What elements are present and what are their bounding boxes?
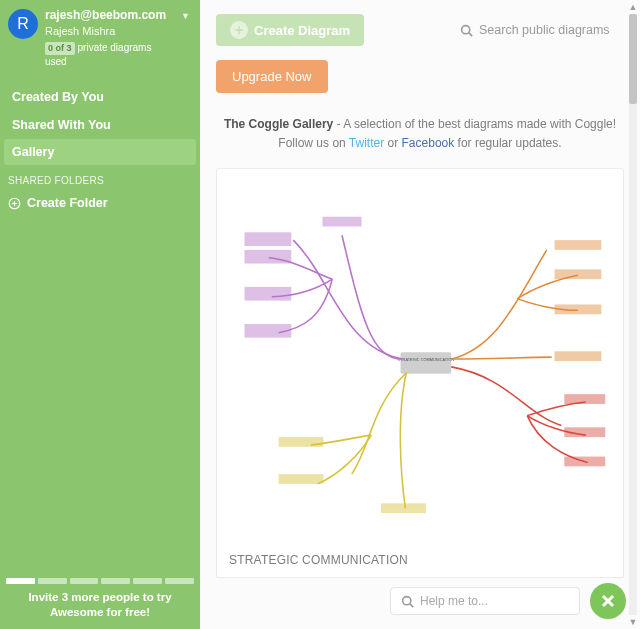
svg-rect-20: [279, 474, 324, 484]
invite-cta[interactable]: Invite 3 more people to try Awesome for …: [0, 590, 200, 629]
scroll-thumb[interactable]: [629, 14, 637, 104]
plus-icon: +: [230, 21, 248, 39]
close-icon: [600, 593, 616, 609]
diagram-thumbnail: STRATEGIC COMMUNICATION: [225, 177, 615, 547]
create-folder-label: Create Folder: [27, 196, 108, 210]
search[interactable]: [460, 23, 624, 37]
avatar: R: [8, 9, 38, 39]
svg-text:STRATEGIC COMMUNICATION: STRATEGIC COMMUNICATION: [398, 357, 455, 362]
svg-rect-12: [555, 240, 602, 250]
create-diagram-label: Create Diagram: [254, 23, 350, 38]
diagram-title: STRATEGIC COMMUNICATION: [225, 547, 615, 569]
scroll-up-icon[interactable]: ▲: [628, 1, 638, 13]
topbar: + Create Diagram: [200, 0, 640, 52]
facebook-link[interactable]: Facebook: [402, 136, 455, 150]
svg-rect-11: [323, 217, 362, 227]
svg-rect-5: [401, 352, 452, 373]
search-icon: [460, 24, 473, 37]
svg-rect-8: [245, 250, 292, 264]
svg-rect-15: [555, 351, 602, 361]
nav-item-gallery[interactable]: Gallery: [4, 139, 196, 165]
svg-rect-7: [245, 233, 292, 247]
search-input[interactable]: [479, 23, 624, 37]
gallery-card[interactable]: STRATEGIC COMMUNICATION: [216, 168, 624, 578]
user-block[interactable]: R rajesh@beebom.com Rajesh Mishra 0 of 3…: [0, 0, 200, 79]
svg-rect-13: [555, 270, 602, 280]
help-placeholder: Help me to...: [420, 594, 488, 608]
svg-point-22: [403, 596, 411, 604]
svg-rect-21: [381, 504, 426, 514]
search-icon: [401, 595, 414, 608]
invite-progress: [0, 578, 200, 590]
scrollbar[interactable]: ▲ ▼: [627, 0, 639, 629]
upgrade-button[interactable]: Upgrade Now: [216, 60, 328, 93]
svg-rect-18: [564, 457, 605, 467]
shared-folders-label: SHARED FOLDERS: [0, 165, 200, 192]
svg-line-4: [469, 32, 472, 35]
svg-rect-10: [245, 324, 292, 338]
gallery-intro: The Coggle Gallery - A selection of the …: [200, 115, 640, 168]
user-quota: 0 of 3private diagrams used: [45, 41, 174, 69]
help-search[interactable]: Help me to...: [390, 587, 580, 615]
chevron-down-icon[interactable]: ▼: [181, 11, 192, 21]
sidebar: R rajesh@beebom.com Rajesh Mishra 0 of 3…: [0, 0, 200, 629]
svg-point-3: [462, 25, 470, 33]
main: + Create Diagram Upgrade Now The Coggle …: [200, 0, 640, 629]
svg-rect-9: [245, 287, 292, 301]
svg-rect-19: [279, 437, 324, 447]
create-diagram-button[interactable]: + Create Diagram: [216, 14, 364, 46]
nav-item-shared-with-you[interactable]: Shared With You: [0, 111, 200, 139]
user-name: Rajesh Mishra: [45, 24, 174, 39]
user-email: rajesh@beebom.com: [45, 7, 174, 24]
quota-badge: 0 of 3: [45, 42, 75, 55]
nav-item-created-by-you[interactable]: Created By You: [0, 83, 200, 111]
help-fab[interactable]: [590, 583, 626, 619]
svg-rect-17: [564, 428, 605, 438]
twitter-link[interactable]: Twitter: [349, 136, 384, 150]
svg-rect-14: [555, 305, 602, 315]
create-folder-button[interactable]: Create Folder: [0, 192, 200, 214]
nav: Created By You Shared With You Gallery: [0, 83, 200, 165]
scroll-down-icon[interactable]: ▼: [628, 616, 638, 628]
plus-circle-icon: [8, 197, 21, 210]
svg-rect-16: [564, 394, 605, 404]
svg-line-23: [410, 603, 413, 606]
